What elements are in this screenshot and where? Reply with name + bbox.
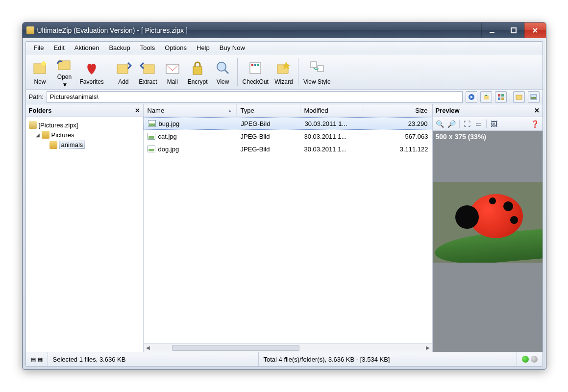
menu-buy-now[interactable]: Buy Now bbox=[216, 43, 249, 52]
svg-rect-1 bbox=[511, 28, 516, 33]
window-title: UltimateZip (Evaluation Version) - [ Pic… bbox=[37, 26, 481, 34]
view-style-icon bbox=[308, 59, 326, 77]
window-controls bbox=[481, 23, 546, 38]
svg-rect-14 bbox=[257, 64, 259, 66]
add-folder-icon bbox=[114, 59, 133, 77]
svg-rect-6 bbox=[144, 65, 154, 74]
extract-button[interactable]: Extract bbox=[136, 55, 160, 89]
folders-toggle-button[interactable] bbox=[513, 91, 525, 103]
go-button[interactable] bbox=[466, 91, 477, 103]
preview-toggle-button[interactable] bbox=[528, 91, 540, 103]
folders-close-button[interactable]: ✕ bbox=[135, 107, 140, 114]
image-file-icon bbox=[148, 133, 155, 140]
fit-icon[interactable]: ⛶ bbox=[463, 120, 471, 128]
toolbar-separator bbox=[109, 58, 109, 86]
toolbar-separator bbox=[237, 58, 238, 86]
encrypt-button[interactable]: Encrypt bbox=[185, 55, 211, 89]
heart-icon bbox=[82, 59, 101, 77]
svg-rect-7 bbox=[166, 65, 179, 74]
status-selected: Selected 1 files, 3.636 KB bbox=[48, 352, 259, 366]
toolbar: New Open▼ Favorites Add Extract Mail Enc… bbox=[26, 54, 543, 90]
close-button[interactable] bbox=[524, 23, 546, 38]
preview-toolbar: 🔍 🔎 ⛶ ▭ 🖼 ❓ bbox=[433, 117, 543, 131]
tree-item-pictures[interactable]: ◢Pictures bbox=[28, 130, 141, 140]
checkout-button[interactable]: CheckOut bbox=[240, 55, 272, 89]
view-button[interactable]: View bbox=[211, 55, 235, 89]
toolbar-separator bbox=[298, 58, 298, 86]
menu-help[interactable]: Help bbox=[193, 43, 214, 52]
preview-viewport[interactable]: 500 x 375 (33%) bbox=[433, 131, 543, 352]
menubar: File Edit Aktionen Backup Tools Options … bbox=[26, 42, 543, 54]
scroll-left-icon[interactable]: ◀ bbox=[144, 345, 152, 350]
file-row[interactable]: cat.jpg JPEG-Bild 30.03.2011 1... 567.06… bbox=[144, 130, 432, 143]
expand-icon[interactable]: ◢ bbox=[36, 132, 40, 138]
horizontal-scrollbar[interactable]: ◀ ▶ bbox=[144, 343, 432, 352]
preview-panel: Preview ✕ 🔍 🔎 ⛶ ▭ 🖼 ❓ 500 x 375 (33%) bbox=[432, 104, 543, 352]
svg-line-10 bbox=[224, 70, 228, 74]
folders-panel: Folders ✕ [Pictures.zipx] ◢Pictures anim… bbox=[26, 104, 144, 352]
column-name[interactable]: Name▲ bbox=[144, 104, 237, 117]
menu-tools[interactable]: Tools bbox=[136, 43, 159, 52]
scroll-thumb[interactable] bbox=[172, 345, 299, 351]
folder-tree[interactable]: [Pictures.zipx] ◢Pictures animals bbox=[26, 117, 143, 153]
tree-item-animals[interactable]: animals bbox=[28, 140, 141, 150]
preview-close-button[interactable]: ✕ bbox=[534, 107, 540, 114]
status-bar: ▤ ▦ Selected 1 files, 3.636 KB Total 4 f… bbox=[26, 352, 543, 366]
file-row[interactable]: dog.jpg JPEG-Bild 30.03.2011 1... 3.111.… bbox=[144, 143, 432, 155]
viewstyle-button[interactable]: View Style bbox=[300, 55, 334, 89]
app-icon bbox=[26, 26, 34, 34]
list-small-icon[interactable]: ▤ bbox=[31, 356, 36, 363]
add-button[interactable]: Add bbox=[111, 55, 136, 89]
mail-button[interactable]: Mail bbox=[160, 55, 185, 89]
new-button[interactable]: New bbox=[28, 55, 52, 89]
svg-rect-24 bbox=[501, 98, 504, 100]
lock-icon bbox=[188, 59, 207, 77]
up-button[interactable] bbox=[480, 91, 492, 103]
path-input[interactable] bbox=[47, 91, 463, 103]
titlebar[interactable]: UltimateZip (Evaluation Version) - [ Pic… bbox=[23, 23, 546, 38]
favorites-button[interactable]: Favorites bbox=[77, 55, 107, 89]
svg-rect-23 bbox=[498, 98, 500, 100]
actual-size-icon[interactable]: ▭ bbox=[474, 120, 483, 128]
image-file-icon bbox=[148, 146, 155, 152]
preview-image-icon[interactable]: 🖼 bbox=[490, 120, 498, 128]
menu-backup[interactable]: Backup bbox=[105, 43, 134, 52]
folder-icon bbox=[49, 141, 57, 149]
scroll-right-icon[interactable]: ▶ bbox=[423, 345, 432, 350]
maximize-button[interactable] bbox=[503, 23, 524, 38]
menu-options[interactable]: Options bbox=[161, 43, 191, 52]
svg-rect-21 bbox=[498, 94, 500, 97]
path-label: Path: bbox=[29, 93, 44, 100]
open-button[interactable]: Open▼ bbox=[52, 55, 77, 89]
tree-root[interactable]: [Pictures.zipx] bbox=[28, 120, 141, 130]
wizard-button[interactable]: Wizard bbox=[272, 55, 296, 89]
menu-file[interactable]: File bbox=[30, 43, 48, 52]
column-type[interactable]: Type bbox=[237, 104, 300, 117]
archive-icon bbox=[29, 121, 37, 129]
minimize-button[interactable] bbox=[481, 23, 503, 38]
new-archive-icon bbox=[31, 59, 49, 77]
column-modified[interactable]: Modified bbox=[300, 104, 364, 117]
svg-rect-17 bbox=[311, 62, 317, 68]
path-bar: Path: bbox=[26, 90, 543, 104]
view-mode-button[interactable] bbox=[495, 91, 507, 103]
menu-aktionen[interactable]: Aktionen bbox=[71, 43, 103, 52]
chevron-down-icon: ▼ bbox=[61, 81, 68, 88]
help-icon[interactable]: ❓ bbox=[531, 120, 540, 128]
list-large-icon[interactable]: ▦ bbox=[38, 356, 43, 363]
column-headers: Name▲ Type Modified Size bbox=[144, 104, 432, 117]
zoom-in-icon[interactable]: 🔍 bbox=[436, 120, 445, 128]
mail-icon bbox=[163, 59, 182, 77]
svg-rect-25 bbox=[516, 95, 522, 99]
client-area: File Edit Aktionen Backup Tools Options … bbox=[25, 41, 543, 367]
menu-edit[interactable]: Edit bbox=[49, 43, 68, 52]
svg-rect-13 bbox=[254, 64, 256, 66]
file-row[interactable]: bug.jpg JPEG-Bild 30.03.2011 1... 23.290 bbox=[144, 117, 432, 130]
status-view-icons[interactable]: ▤ ▦ bbox=[26, 352, 48, 366]
svg-rect-20 bbox=[484, 96, 489, 99]
image-file-icon bbox=[148, 120, 156, 127]
zoom-out-icon[interactable]: 🔎 bbox=[447, 120, 456, 128]
svg-rect-8 bbox=[193, 67, 202, 74]
preview-header: Preview ✕ bbox=[433, 104, 543, 117]
column-size[interactable]: Size bbox=[364, 104, 432, 117]
